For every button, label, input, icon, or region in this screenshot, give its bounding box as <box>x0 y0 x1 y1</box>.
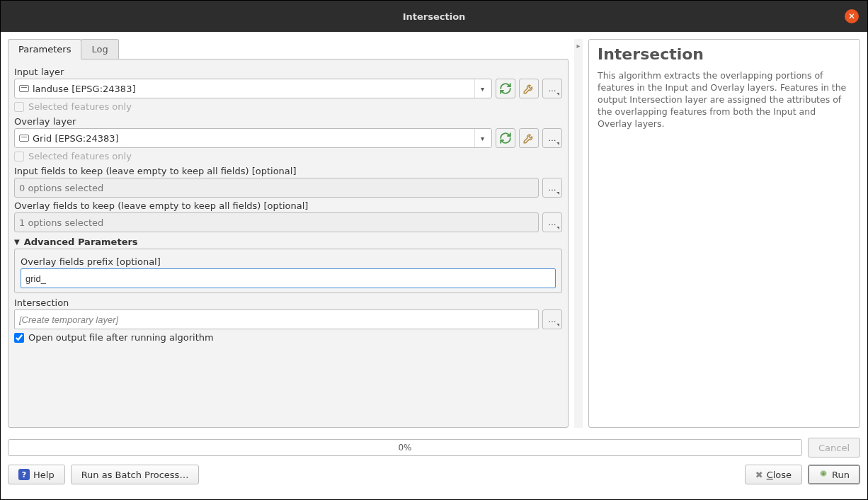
input-fields-display[interactable]: 0 options selected <box>14 178 539 198</box>
advanced-parameters-label: Advanced Parameters <box>24 237 138 247</box>
output-label: Intersection <box>14 297 562 308</box>
overlay-selected-only-row: Selected features only <box>14 151 562 161</box>
overlay-layer-browse-button[interactable]: … <box>542 128 562 148</box>
run-button-label: Run <box>832 470 850 480</box>
help-button[interactable]: ? Help <box>8 465 65 484</box>
run-batch-button[interactable]: Run as Batch Process… <box>71 465 200 484</box>
overlay-selected-only-label: Selected features only <box>28 151 132 161</box>
triangle-down-icon: ▼ <box>14 238 20 246</box>
output-browse-button[interactable]: … <box>542 309 562 329</box>
overlay-fields-display[interactable]: 1 options selected <box>14 212 539 232</box>
help-title: Intersection <box>598 45 851 63</box>
input-layer-value: landuse [EPSG:24383] <box>33 84 474 94</box>
prefix-label: Overlay fields prefix [optional] <box>21 256 556 267</box>
polygon-layer-icon <box>19 135 29 142</box>
close-button[interactable]: ✖ Close <box>745 465 802 484</box>
open-output-label: Open output file after running algorithm <box>28 332 214 343</box>
collapse-help-handle[interactable]: ▸ <box>574 39 583 428</box>
help-body: This algorithm extracts the overlapping … <box>598 70 851 130</box>
overlay-layer-label: Overlay layer <box>14 116 562 127</box>
input-layer-combo[interactable]: landuse [EPSG:24383] ▾ <box>14 79 492 98</box>
input-selected-only-label: Selected features only <box>28 101 132 112</box>
overlay-fields-browse-button[interactable]: … <box>542 212 562 232</box>
input-layer-label: Input layer <box>14 67 562 77</box>
iterate-button[interactable] <box>496 128 515 148</box>
input-fields-label: Input fields to keep (leave empty to kee… <box>14 166 562 176</box>
overlay-layer-value: Grid [EPSG:24383] <box>33 133 474 144</box>
chevron-down-icon: ▾ <box>474 129 487 147</box>
overlay-layer-combo[interactable]: Grid [EPSG:24383] ▾ <box>14 128 492 148</box>
cancel-button: Cancel <box>808 438 860 458</box>
input-selected-only-checkbox <box>14 102 24 112</box>
iterate-button[interactable] <box>496 79 515 98</box>
help-button-label: Help <box>33 470 55 480</box>
output-path-input[interactable] <box>14 309 539 329</box>
polygon-layer-icon <box>19 85 29 92</box>
parameters-panel: Input layer landuse [EPSG:24383] ▾ … <box>8 59 569 428</box>
close-x-icon: ✖ <box>755 470 763 480</box>
settings-wrench-button[interactable] <box>519 128 539 148</box>
input-fields-browse-button[interactable]: … <box>542 178 562 198</box>
tab-parameters[interactable]: Parameters <box>8 39 81 59</box>
open-output-checkbox[interactable] <box>14 333 24 343</box>
run-button[interactable]: Run <box>808 465 860 484</box>
input-selected-only-row: Selected features only <box>14 101 562 112</box>
overlay-selected-only-checkbox <box>14 152 24 161</box>
window-title: Intersection <box>403 11 466 22</box>
advanced-parameters-toggle[interactable]: ▼ Advanced Parameters <box>14 237 562 247</box>
window-titlebar: Intersection ✕ <box>1 1 867 32</box>
help-icon: ? <box>18 469 30 480</box>
progress-bar: 0% <box>8 439 802 456</box>
overlay-fields-label: Overlay fields to keep (leave empty to k… <box>14 200 562 211</box>
window-close-button[interactable]: ✕ <box>845 9 859 23</box>
open-output-row[interactable]: Open output file after running algorithm <box>14 332 562 343</box>
chevron-down-icon: ▾ <box>474 79 487 98</box>
prefix-input[interactable] <box>21 268 556 288</box>
close-button-label: Close <box>767 470 792 480</box>
advanced-parameters-box: Overlay fields prefix [optional] <box>14 249 562 293</box>
tabs: Parameters Log <box>8 39 569 59</box>
help-panel: Intersection This algorithm extracts the… <box>588 39 860 428</box>
run-gear-icon <box>818 469 828 481</box>
tab-log[interactable]: Log <box>81 39 118 59</box>
settings-wrench-button[interactable] <box>519 79 539 98</box>
input-layer-browse-button[interactable]: … <box>542 79 562 98</box>
